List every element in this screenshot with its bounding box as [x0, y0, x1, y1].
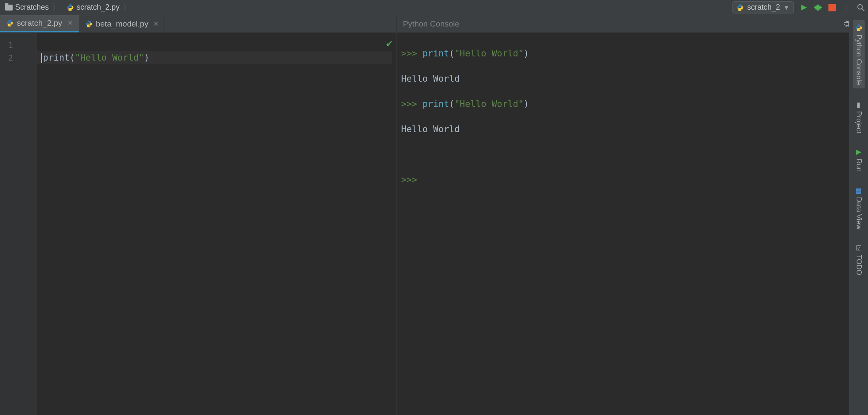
- tab-beta-model[interactable]: beta_model.py ✕: [79, 15, 165, 32]
- tab-label: scratch_2.py: [17, 19, 62, 28]
- line-number: 2: [0, 51, 13, 64]
- toolbar-right: scratch_2 ▼ ⋮: [732, 1, 865, 13]
- token-punct: (: [449, 99, 455, 109]
- chevron-right-icon: 〉: [52, 3, 60, 13]
- breadcrumb: Scratches 〉 scratch_2.py 〉: [3, 2, 732, 13]
- tool-label: Project: [855, 111, 863, 133]
- breadcrumb-root-label: Scratches: [15, 3, 49, 12]
- console-title: Python Console: [403, 19, 842, 29]
- python-icon: [855, 24, 863, 32]
- token-punct: ): [144, 53, 149, 63]
- tool-python-console[interactable]: Python Console: [853, 20, 865, 88]
- tool-label: Run: [855, 159, 863, 172]
- tool-data-view[interactable]: ▦ Data View: [855, 184, 863, 232]
- python-file-icon: [85, 20, 93, 28]
- console-line: >>> print("Hello World"): [401, 47, 864, 60]
- tool-label: Data View: [855, 197, 863, 229]
- tool-label: Python Console: [855, 35, 863, 85]
- breadcrumb-file[interactable]: scratch_2.py 〉: [64, 2, 133, 13]
- token-punct: (: [449, 48, 455, 59]
- token-string: "Hello World": [454, 48, 523, 59]
- breadcrumb-root[interactable]: Scratches 〉: [3, 2, 62, 13]
- console-output: Hello World: [401, 72, 864, 85]
- debug-button[interactable]: [813, 3, 823, 12]
- todo-icon: ☑: [855, 244, 863, 252]
- console-prompt: >>>: [401, 175, 417, 185]
- console-header: Python Console ▾: [397, 15, 868, 32]
- console-line: >>>: [401, 173, 864, 186]
- console-line: [401, 148, 864, 161]
- stop-icon: [828, 4, 836, 11]
- tool-todo[interactable]: ☑ TODO: [855, 241, 863, 278]
- token-punct: ): [524, 99, 529, 109]
- more-icon[interactable]: ⋮: [842, 3, 851, 13]
- chevron-down-icon: ▼: [783, 4, 789, 11]
- breadcrumb-file-label: scratch_2.py: [77, 3, 120, 12]
- tab-label: beta_model.py: [96, 19, 149, 29]
- editor-pane: 1 2 print("Hello World") ✔: [0, 33, 397, 415]
- code-line: print("Hello World"): [37, 51, 392, 64]
- play-icon: ▶: [855, 148, 863, 156]
- tabs-row: scratch_2.py ✕ beta_model.py ✕ Python Co…: [0, 15, 868, 33]
- folder-icon: [5, 5, 13, 11]
- code-editor[interactable]: print("Hello World") ✔: [37, 33, 397, 415]
- grid-icon: ▦: [855, 186, 863, 194]
- line-number: 1: [0, 39, 13, 51]
- token-punct: (: [69, 53, 75, 63]
- token-string: "Hello World": [454, 99, 523, 109]
- console-output: Hello World: [401, 123, 864, 136]
- project-icon: ▮: [855, 100, 863, 109]
- chevron-right-icon: 〉: [123, 3, 130, 13]
- python-file-icon: [6, 19, 13, 27]
- console-line: >>> print("Hello World"): [401, 98, 864, 110]
- token-identifier: print: [43, 53, 69, 63]
- main-split: 1 2 print("Hello World") ✔ >>> print("He…: [0, 33, 868, 415]
- svg-point-0: [858, 4, 863, 9]
- run-configuration-selector[interactable]: scratch_2 ▼: [732, 1, 794, 13]
- tool-label: TODO: [855, 255, 863, 275]
- stop-button[interactable]: [828, 3, 837, 12]
- python-console[interactable]: >>> print("Hello World") Hello World >>>…: [397, 33, 868, 415]
- code-line: [41, 77, 392, 89]
- close-icon[interactable]: ✕: [153, 20, 159, 28]
- run-button[interactable]: [799, 3, 808, 12]
- tool-project[interactable]: ▮ Project: [855, 98, 863, 136]
- console-prompt: >>>: [401, 48, 417, 59]
- right-tool-strip: Python Console ▮ Project ▶ Run ▦ Data Vi…: [849, 15, 868, 415]
- tool-run[interactable]: ▶ Run: [855, 145, 863, 174]
- close-icon[interactable]: ✕: [67, 19, 73, 27]
- tab-scratch-2[interactable]: scratch_2.py ✕: [0, 15, 79, 32]
- token-punct: ): [524, 48, 529, 59]
- svg-line-1: [862, 8, 865, 11]
- search-button[interactable]: [856, 3, 865, 12]
- line-number-gutter: 1 2: [0, 33, 37, 415]
- token-identifier: print: [423, 48, 449, 59]
- token-string: "Hello World": [75, 53, 144, 63]
- inspection-ok-icon[interactable]: ✔: [386, 37, 392, 50]
- token-identifier: print: [423, 99, 449, 109]
- editor-tabs: scratch_2.py ✕ beta_model.py ✕: [0, 15, 397, 32]
- top-toolbar: Scratches 〉 scratch_2.py 〉 scratch_2 ▼ ⋮: [0, 0, 868, 15]
- console-prompt: >>>: [401, 99, 417, 109]
- python-file-icon: [736, 4, 744, 11]
- python-file-icon: [67, 4, 74, 11]
- run-config-label: scratch_2: [747, 3, 780, 12]
- text-cursor: [41, 53, 42, 63]
